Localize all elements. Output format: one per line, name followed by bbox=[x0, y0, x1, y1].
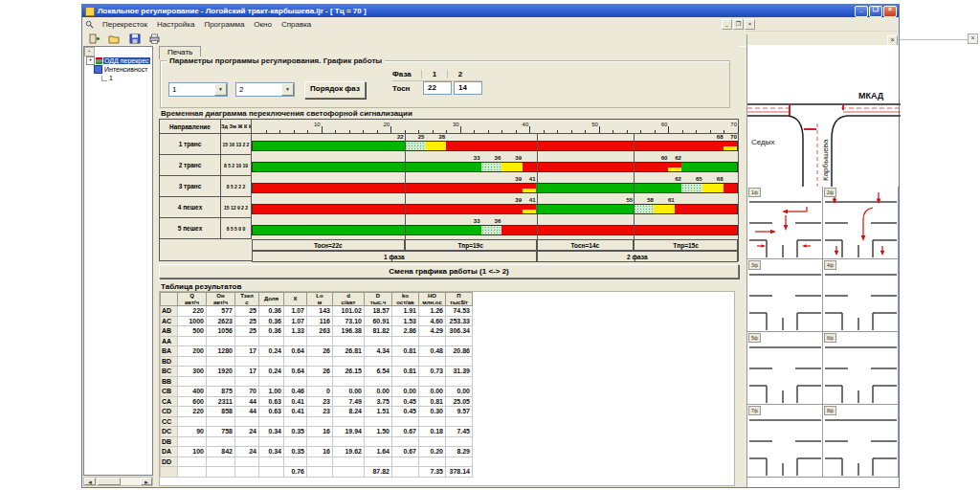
scroll-left-icon[interactable]: ◄ bbox=[84, 478, 96, 485]
direction-values: 15 16 13 2 2 bbox=[221, 134, 252, 155]
menu-Программа[interactable]: Программа bbox=[199, 19, 249, 30]
ruler-tick-label: 20 bbox=[383, 122, 390, 127]
cell: 1056 bbox=[207, 326, 235, 337]
tosn-phase1-field[interactable]: 22 bbox=[423, 81, 452, 95]
outer-close-icon[interactable]: × bbox=[968, 33, 978, 44]
cell: 25 bbox=[235, 316, 259, 326]
cell bbox=[207, 356, 235, 367]
cell bbox=[259, 376, 284, 387]
magnifier-icon bbox=[85, 20, 94, 29]
open-folder-icon[interactable] bbox=[105, 31, 123, 46]
cell: 0.73 bbox=[419, 367, 446, 377]
cell bbox=[207, 467, 235, 478]
menu-Перекресток[interactable]: Перекресток bbox=[98, 19, 152, 30]
tree-item-1[interactable]: 1 bbox=[84, 74, 152, 82]
cell bbox=[207, 376, 235, 387]
street-label-karbysheva: Карбышева bbox=[821, 139, 830, 181]
segment-green bbox=[253, 226, 481, 234]
table-row: CB400875701.000.4600.000.000.000.000.00 bbox=[161, 387, 473, 397]
intersection-scheme bbox=[823, 187, 899, 259]
cell: 16 bbox=[307, 427, 333, 437]
minimize-icon[interactable]: _ bbox=[855, 6, 868, 17]
cell: 842 bbox=[207, 447, 235, 457]
cell bbox=[365, 416, 392, 427]
ruler-tick bbox=[335, 130, 336, 133]
time-mark: 39 bbox=[515, 197, 523, 203]
tree-item-label: ОДД перекрес bbox=[103, 57, 150, 64]
cell: 500 bbox=[178, 326, 207, 337]
cell: 4.29 bbox=[419, 326, 446, 337]
cell bbox=[333, 376, 365, 387]
mdi-restore-icon[interactable]: ❒ bbox=[733, 19, 744, 30]
menu-Справка[interactable]: Справка bbox=[277, 19, 316, 30]
ruler-tick bbox=[501, 130, 502, 133]
ruler-tick-major bbox=[460, 126, 461, 133]
phase-diagram-cell-1ф: 1ф bbox=[747, 187, 823, 259]
segment-green-flash bbox=[634, 205, 655, 213]
menu-Настройка[interactable]: Настройка bbox=[152, 19, 199, 30]
ruler-tick bbox=[377, 130, 378, 133]
ruler-tick-label: 60 bbox=[661, 122, 669, 127]
swap-schedule-button[interactable]: Смена графика работы (1 <-> 2) bbox=[159, 264, 739, 278]
program-combo-1[interactable]: 1▼ bbox=[168, 82, 228, 97]
cell: 1.26 bbox=[419, 306, 446, 317]
ruler-tick bbox=[585, 130, 586, 133]
column-header-kо: kоост/ав bbox=[392, 293, 419, 306]
cell: 0.46 bbox=[284, 387, 307, 397]
mdi-close-icon[interactable]: × bbox=[745, 19, 755, 30]
cell: 0.81 bbox=[392, 367, 419, 377]
expander-icon[interactable]: + bbox=[86, 56, 95, 65]
cell bbox=[284, 356, 307, 367]
scrollbar-thumb[interactable] bbox=[98, 478, 121, 485]
maximize-icon[interactable]: ❒ bbox=[869, 6, 882, 17]
time-mark: 25 bbox=[418, 134, 426, 140]
tree-item-ОДД перекрес[interactable]: +ОДД перекрес bbox=[84, 56, 152, 65]
program-combo-2[interactable]: 2▼ bbox=[235, 82, 295, 97]
results-panel: Qавт/чОнавт/чТзелсДоляXLомdс/автDтыс.чkо… bbox=[159, 291, 735, 486]
tree-item-Интенсивност[interactable]: Интенсивност bbox=[84, 65, 152, 74]
chevron-down-icon[interactable]: ▼ bbox=[281, 83, 294, 96]
print-icon[interactable] bbox=[145, 31, 164, 46]
ruler-tick bbox=[446, 130, 447, 133]
menu-Окно[interactable]: Окно bbox=[249, 19, 277, 30]
close-icon[interactable]: × bbox=[883, 6, 897, 17]
direction-values: 15 12 9 2 2 bbox=[221, 197, 252, 218]
column-header-НО: НОмлн.ос bbox=[419, 293, 446, 306]
column-header-П: Птыс$/г bbox=[446, 293, 473, 306]
intersection-scheme bbox=[747, 259, 823, 332]
phase-order-button[interactable]: Порядок фаз bbox=[304, 81, 366, 99]
exit-icon[interactable] bbox=[85, 31, 103, 46]
cell bbox=[284, 376, 307, 387]
ruler-tick-label: 30 bbox=[453, 122, 460, 127]
mdi-minimize-icon[interactable]: _ bbox=[722, 19, 732, 30]
table-row: DD bbox=[161, 457, 473, 467]
cell bbox=[307, 467, 333, 478]
phase-diagram-cell-3ф: 3ф bbox=[747, 259, 823, 332]
cell: 18.57 bbox=[365, 306, 392, 317]
results-title: Таблица результатов bbox=[161, 282, 241, 291]
row-label: DC bbox=[161, 427, 178, 437]
cell bbox=[235, 467, 259, 478]
cell: 9.57 bbox=[446, 407, 473, 417]
segment-yellow bbox=[501, 163, 523, 171]
cell: 1.64 bbox=[365, 447, 392, 457]
ruler-tick bbox=[710, 130, 711, 133]
tosn-phase2-field[interactable]: 14 bbox=[454, 81, 482, 95]
cell: 0.81 bbox=[392, 346, 419, 357]
column-header-Он: Онавт/ч bbox=[207, 293, 235, 306]
cell bbox=[284, 436, 307, 447]
ruler-tick bbox=[544, 130, 545, 133]
ruler-tick-major bbox=[668, 126, 669, 133]
tree-scroll-icon[interactable]: ▪ bbox=[84, 47, 95, 56]
scroll-right-icon[interactable]: ► bbox=[141, 478, 152, 485]
save-icon[interactable] bbox=[125, 31, 144, 46]
table-row: AC10002623250.361.0711673.1060.911.534.6… bbox=[161, 316, 473, 326]
cell: 200 bbox=[178, 346, 207, 357]
table-row: BA2001280170.240.642626.814.340.810.4820… bbox=[161, 346, 473, 357]
tree-horizontal-scrollbar[interactable]: ◄ ► bbox=[83, 477, 153, 486]
cell bbox=[207, 457, 235, 467]
ruler-tick bbox=[363, 130, 364, 133]
chevron-down-icon[interactable]: ▼ bbox=[214, 83, 227, 96]
leaf-icon bbox=[101, 76, 107, 81]
cell: 7.45 bbox=[446, 427, 473, 437]
